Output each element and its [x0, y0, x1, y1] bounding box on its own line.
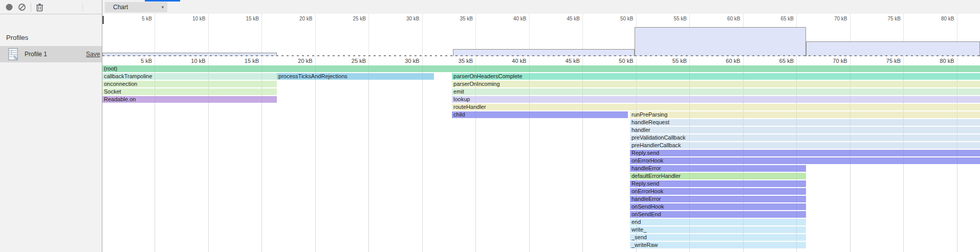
- axis-tick-label: 35 kB: [430, 16, 473, 21]
- flame-bar-preValidationCallback[interactable]: preValidationCallback: [630, 134, 980, 141]
- axis-tick-label: 40 kB: [484, 16, 527, 21]
- flame-bar-preHandlerCallback[interactable]: preHandlerCallback: [630, 142, 980, 149]
- sidebar: Profiles SAMPLING PROFILES % Profile 1 S…: [0, 14, 102, 252]
- flame-bar-routeHandler[interactable]: routeHandler: [452, 104, 980, 110]
- axis-tick-label: 15 kB: [216, 16, 259, 21]
- trash-icon: [36, 3, 43, 12]
- svg-text:%: %: [13, 56, 17, 60]
- axis-tick-label: 25 kB: [323, 58, 366, 64]
- record-button[interactable]: [5, 3, 14, 12]
- clear-all-button[interactable]: [17, 3, 27, 12]
- flame-bar-handler[interactable]: handler: [630, 127, 980, 133]
- flame-bar-Reply.send[interactable]: Reply.send: [630, 150, 980, 156]
- flame-bar-root[interactable]: (root): [102, 65, 980, 72]
- flame-bar-_writeRaw[interactable]: _writeRaw: [630, 242, 806, 248]
- flame-bar-Reply.send[interactable]: Reply.send: [630, 180, 806, 187]
- flame-bar-defaultErrorHandler[interactable]: defaultErrorHandler: [630, 173, 806, 179]
- axis-tick-label: 5 kB: [109, 16, 152, 21]
- save-profile-link[interactable]: Save: [86, 51, 100, 58]
- record-circle-icon: [5, 3, 13, 11]
- overview-step: [635, 27, 805, 56]
- axis-tick-label: 60 kB: [698, 16, 741, 21]
- axis-tick-label: 30 kB: [377, 16, 420, 21]
- overview-baseline: [102, 55, 980, 56]
- flame-bar-handleError[interactable]: handleError: [630, 196, 806, 202]
- view-mode-select[interactable]: Chart ▾: [105, 2, 167, 12]
- axis-tick-label: 70 kB: [804, 16, 847, 21]
- circle-slash-icon: [18, 3, 26, 11]
- delete-profile-button[interactable]: [35, 3, 44, 12]
- overview-left-handle[interactable]: [102, 16, 104, 24]
- flame-bar-runPreParsing[interactable]: runPreParsing: [630, 111, 980, 118]
- axis-tick-label: 35 kB: [430, 58, 473, 64]
- axis-tick-label: 55 kB: [644, 58, 687, 64]
- axis-tick-label: 60 kB: [698, 58, 741, 64]
- axis-tick-label: 45 kB: [537, 58, 580, 64]
- axis-tick-label: 45 kB: [537, 16, 580, 21]
- flame-bar-processTicksAndRejections[interactable]: processTicksAndRejections: [277, 73, 434, 80]
- axis-tick-label: 80 kB: [911, 58, 954, 64]
- axis-tick-label: 65 kB: [751, 58, 794, 64]
- toolbar: Chart ▾: [0, 0, 980, 14]
- flame-bar-parserOnIncoming[interactable]: parserOnIncoming: [452, 81, 980, 87]
- axis-tick-label: 75 kB: [858, 16, 901, 21]
- profiles-title: Profiles: [6, 34, 28, 41]
- sidebar-item-profile-1[interactable]: % Profile 1 Save: [0, 46, 102, 62]
- flame-bar-callbackTrampoline[interactable]: callbackTrampoline: [102, 73, 277, 80]
- allocation-chart: 5 kB10 kB15 kB20 kB25 kB30 kB35 kB40 kB4…: [102, 14, 980, 252]
- axis-tick-label: 40 kB: [484, 58, 527, 64]
- flame-bar-onSendHook[interactable]: onSendHook: [630, 203, 806, 210]
- axis-tick-label: 80 kB: [911, 16, 954, 21]
- axis-tick-label: 50 kB: [591, 58, 634, 64]
- chevron-down-icon: ▾: [161, 5, 164, 10]
- flame-bar-onSendEnd[interactable]: onSendEnd: [630, 211, 806, 218]
- axis-tick-label: 25 kB: [323, 16, 366, 21]
- axis-tick-label: 65 kB: [751, 16, 794, 21]
- overview-step: [806, 41, 980, 56]
- flame-bar-end[interactable]: end: [630, 219, 806, 225]
- axis-tick-label: 20 kB: [270, 16, 313, 21]
- view-mode-value: Chart: [113, 4, 128, 11]
- flame-bar-handleRequest[interactable]: handleRequest: [630, 119, 980, 126]
- axis-tick-label: 75 kB: [858, 58, 901, 64]
- flame-bar-onconnection[interactable]: onconnection: [102, 81, 277, 87]
- flame-bar-onErrorHook[interactable]: onErrorHook: [630, 157, 980, 164]
- flame-bar-Socket[interactable]: Socket: [102, 88, 277, 95]
- profile-name: Profile 1: [25, 51, 47, 58]
- axis-tick-label: 20 kB: [270, 58, 313, 64]
- axis-tick-label: 55 kB: [644, 16, 687, 21]
- toolbar-separator: [31, 3, 31, 12]
- toolbar-separator: [82, 3, 83, 12]
- flame-bar-lookup[interactable]: lookup: [452, 96, 980, 103]
- axis-tick-label: 15 kB: [216, 58, 259, 64]
- axis-tick-label: 5 kB: [109, 58, 152, 64]
- axis-tick-label: 10 kB: [163, 58, 206, 64]
- axis-tick-label: 30 kB: [377, 58, 420, 64]
- flame-bar-write_[interactable]: write_: [630, 226, 806, 233]
- axis-tick-label: 70 kB: [804, 58, 847, 64]
- active-tab-indicator: [145, 0, 180, 2]
- flame-bar-child[interactable]: child: [452, 111, 628, 118]
- flame-bar-Readable.on[interactable]: Readable.on: [102, 96, 277, 103]
- axis-tick-label: 10 kB: [163, 16, 206, 21]
- flame-bar-emit[interactable]: emit: [452, 88, 980, 95]
- flame-bar-handleError[interactable]: handleError: [630, 165, 806, 172]
- memory-profiler-panel: Chart ▾ Profiles SAMPLING PROFILES % Pro…: [0, 0, 980, 252]
- flame-bar-parserOnHeadersComplete[interactable]: parserOnHeadersComplete: [452, 73, 980, 80]
- axis-tick-label: 50 kB: [591, 16, 634, 21]
- heap-profile-icon: %: [8, 48, 18, 60]
- flame-chart: (root)callbackTrampolineprocessTicksAndR…: [102, 65, 980, 252]
- flame-bar-onErrorHook[interactable]: onErrorHook: [630, 188, 806, 195]
- flame-bar-_send[interactable]: _send: [630, 234, 806, 241]
